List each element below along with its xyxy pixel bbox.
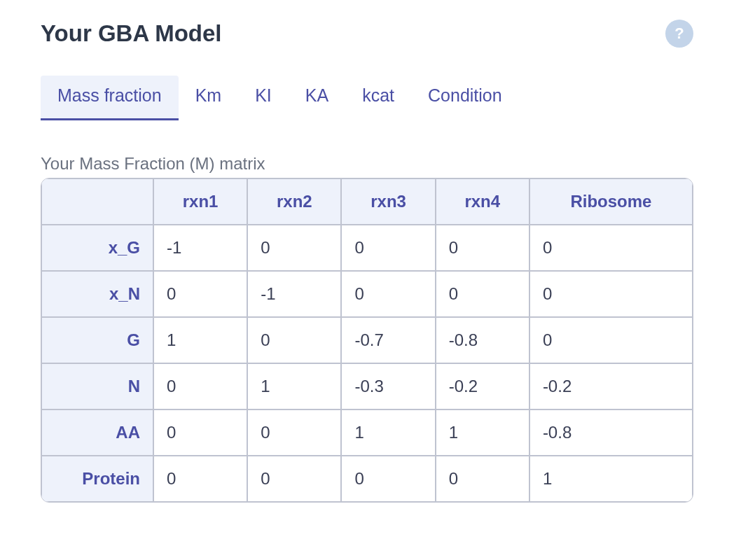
matrix-cell: 0 bbox=[247, 317, 341, 363]
matrix-cell: -0.8 bbox=[529, 410, 693, 456]
tab-label: kcat bbox=[362, 85, 394, 105]
mass-fraction-matrix: rxn1 rxn2 rxn3 rxn4 Ribosome x_G -1 0 0 … bbox=[41, 178, 693, 503]
matrix-cell: 0 bbox=[529, 225, 693, 271]
matrix-cell: 0 bbox=[247, 225, 341, 271]
header-row: Your GBA Model ? bbox=[41, 20, 693, 48]
table-row: x_G -1 0 0 0 0 bbox=[41, 225, 693, 271]
tab-label: Mass fraction bbox=[57, 85, 162, 105]
matrix-cell: 0 bbox=[247, 410, 341, 456]
tab-condition[interactable]: Condition bbox=[411, 76, 519, 120]
matrix-cell: 1 bbox=[341, 410, 435, 456]
tab-label: KA bbox=[305, 85, 328, 105]
tab-mass-fraction[interactable]: Mass fraction bbox=[41, 76, 179, 120]
matrix-cell: -0.3 bbox=[341, 363, 435, 410]
table-row: AA 0 0 1 1 -0.8 bbox=[41, 410, 693, 456]
table-row: x_N 0 -1 0 0 0 bbox=[41, 271, 693, 317]
matrix-cell: 0 bbox=[247, 456, 341, 502]
matrix-cell: 0 bbox=[153, 456, 247, 502]
matrix-cell: 0 bbox=[153, 410, 247, 456]
matrix-cell: -1 bbox=[153, 225, 247, 271]
matrix-cell: 0 bbox=[529, 271, 693, 317]
matrix-cell: 1 bbox=[247, 363, 341, 410]
table-row: Protein 0 0 0 0 1 bbox=[41, 456, 693, 502]
matrix-cell: 0 bbox=[153, 363, 247, 410]
matrix-cell: 1 bbox=[436, 410, 529, 456]
row-header: G bbox=[41, 317, 153, 363]
table-header-row: rxn1 rxn2 rxn3 rxn4 Ribosome bbox=[41, 178, 693, 225]
tab-label: Condition bbox=[428, 85, 502, 105]
row-header: x_N bbox=[41, 271, 153, 317]
row-header: x_G bbox=[41, 225, 153, 271]
matrix-cell: -0.2 bbox=[436, 363, 529, 410]
matrix-cell: 0 bbox=[153, 271, 247, 317]
table-corner-blank bbox=[41, 178, 153, 225]
tab-kcat[interactable]: kcat bbox=[345, 76, 411, 120]
row-header: AA bbox=[41, 410, 153, 456]
tabs-bar: Mass fraction Km KI KA kcat Condition bbox=[41, 76, 693, 120]
help-button[interactable]: ? bbox=[665, 20, 693, 48]
col-header: rxn2 bbox=[247, 178, 341, 225]
matrix-cell: -1 bbox=[247, 271, 341, 317]
matrix-cell: 0 bbox=[341, 271, 435, 317]
matrix-cell: -0.2 bbox=[529, 363, 693, 410]
section-label: Your Mass Fraction (M) matrix bbox=[41, 154, 693, 174]
col-header: rxn4 bbox=[436, 178, 529, 225]
col-header: Ribosome bbox=[529, 178, 693, 225]
page-title: Your GBA Model bbox=[41, 20, 222, 47]
tab-label: Km bbox=[195, 85, 222, 105]
help-icon: ? bbox=[674, 24, 684, 43]
row-header: Protein bbox=[41, 456, 153, 502]
matrix-cell: 0 bbox=[341, 225, 435, 271]
tab-km[interactable]: Km bbox=[179, 76, 239, 120]
matrix-cell: 0 bbox=[436, 271, 529, 317]
tab-ka[interactable]: KA bbox=[289, 76, 345, 120]
matrix-cell: 0 bbox=[341, 456, 435, 502]
matrix-cell: 0 bbox=[529, 317, 693, 363]
tab-label: KI bbox=[255, 85, 272, 105]
matrix-cell: 1 bbox=[153, 317, 247, 363]
matrix-cell: 0 bbox=[436, 456, 529, 502]
matrix-cell: -0.7 bbox=[341, 317, 435, 363]
matrix-cell: 0 bbox=[436, 225, 529, 271]
col-header: rxn3 bbox=[341, 178, 435, 225]
row-header: N bbox=[41, 363, 153, 410]
matrix-cell: 1 bbox=[529, 456, 693, 502]
col-header: rxn1 bbox=[153, 178, 247, 225]
table-row: G 1 0 -0.7 -0.8 0 bbox=[41, 317, 693, 363]
matrix-cell: -0.8 bbox=[436, 317, 529, 363]
table-row: N 0 1 -0.3 -0.2 -0.2 bbox=[41, 363, 693, 410]
tab-ki[interactable]: KI bbox=[238, 76, 289, 120]
